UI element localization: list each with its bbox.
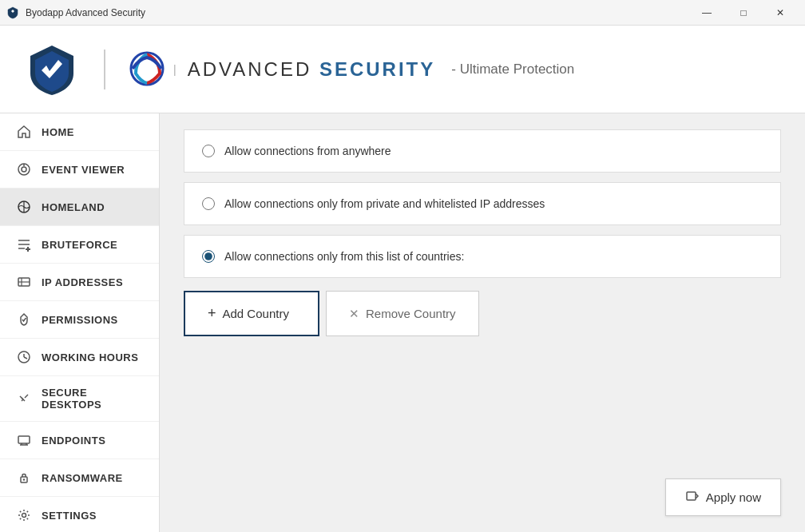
svg-line-19	[25, 395, 28, 398]
radio-anywhere[interactable]	[202, 145, 215, 157]
maximize-button[interactable]: □	[725, 0, 762, 26]
permissions-icon	[16, 312, 32, 328]
home-icon	[16, 124, 32, 140]
svg-point-2	[22, 167, 26, 172]
settings-icon	[16, 507, 32, 523]
remove-country-button[interactable]: ✕ Remove Country	[326, 291, 479, 336]
app-icon	[6, 6, 19, 19]
svg-rect-29	[687, 492, 696, 500]
svg-rect-21	[18, 436, 30, 443]
sidebar-item-endpoints[interactable]: ENDPOINTS	[0, 422, 159, 459]
svg-point-27	[22, 514, 26, 518]
sidebar-item-home[interactable]: HOME	[0, 113, 159, 151]
apply-now-label: Apply now	[706, 490, 761, 504]
titlebar-title: Byodapp Advanced Security	[26, 7, 145, 18]
working-hours-icon	[16, 349, 32, 365]
endpoints-icon	[16, 432, 32, 448]
homeland-icon	[16, 199, 32, 215]
sidebar-label-settings: SETTINGS	[42, 510, 97, 522]
sidebar: HOME EVENT VIEWER HOMELAND BRUTEFORCE	[0, 113, 160, 532]
radio-countries[interactable]	[202, 250, 215, 263]
main-area: HOME EVENT VIEWER HOMELAND BRUTEFORCE	[0, 113, 805, 532]
add-country-button[interactable]: + Add Country	[184, 291, 319, 336]
svg-line-16	[24, 357, 27, 359]
header-title-text: ADVANCED SECURITY	[188, 58, 436, 81]
ransomware-icon	[16, 470, 32, 486]
sidebar-label-secure-desktops: SECURE DESKTOPS	[42, 387, 143, 411]
header-logo-area: | ADVANCED SECURITY - Ultimate Protectio…	[129, 51, 574, 87]
apply-now-button[interactable]: Apply now	[665, 478, 781, 516]
shield-logo	[24, 42, 80, 97]
sidebar-label-homeland: HOMELAND	[42, 201, 105, 213]
country-buttons-row: + Add Country ✕ Remove Country	[184, 291, 781, 336]
svg-point-26	[23, 478, 25, 480]
sidebar-item-ip-addresses[interactable]: IP ADDRESSES	[0, 264, 159, 301]
add-country-label: Add Country	[223, 307, 289, 320]
radio-private-label: Allow connections only from private and …	[224, 197, 545, 210]
event-viewer-icon	[16, 161, 32, 177]
sidebar-item-bruteforce[interactable]: BRUTEFORCE	[0, 226, 159, 264]
sidebar-label-event-viewer: EVENT VIEWER	[42, 164, 125, 176]
sidebar-item-settings[interactable]: SETTINGS	[0, 497, 159, 532]
titlebar-controls: — □ ✕	[688, 0, 799, 26]
radio-anywhere-label: Allow connections from anywhere	[224, 145, 391, 157]
sidebar-label-bruteforce: BRUTEFORCE	[42, 239, 117, 251]
apply-icon	[685, 489, 700, 506]
minimize-button[interactable]: —	[688, 0, 725, 26]
sidebar-label-ransomware: RANSOMWARE	[42, 472, 123, 484]
secure-desktops-icon	[16, 391, 32, 407]
header-subtitle: - Ultimate Protection	[451, 62, 574, 77]
sidebar-label-permissions: PERMISSIONS	[42, 314, 118, 326]
sidebar-label-home: HOME	[42, 126, 74, 138]
x-icon: ✕	[349, 307, 359, 321]
header: | ADVANCED SECURITY - Ultimate Protectio…	[0, 26, 805, 113]
sidebar-item-secure-desktops[interactable]: SECURE DESKTOPS	[0, 376, 159, 422]
ip-addresses-icon	[16, 274, 32, 290]
bruteforce-icon	[16, 236, 32, 252]
radio-countries-label: Allow connections only from this list of…	[224, 250, 464, 263]
radio-row-anywhere[interactable]: Allow connections from anywhere	[184, 129, 781, 173]
radio-row-countries[interactable]: Allow connections only from this list of…	[184, 235, 781, 278]
brand-icon	[129, 51, 165, 87]
radio-row-private[interactable]: Allow connections only from private and …	[184, 182, 781, 225]
header-divider	[104, 50, 105, 89]
sidebar-label-ip-addresses: IP ADDRESSES	[42, 276, 123, 288]
content-area: Allow connections from anywhere Allow co…	[160, 113, 805, 532]
sidebar-item-permissions[interactable]: PERMISSIONS	[0, 301, 159, 339]
app-container: | ADVANCED SECURITY - Ultimate Protectio…	[0, 26, 805, 532]
radio-private[interactable]	[202, 197, 215, 210]
sidebar-label-endpoints: ENDPOINTS	[42, 435, 105, 447]
remove-country-label: Remove Country	[366, 307, 456, 320]
sidebar-item-ransomware[interactable]: RANSOMWARE	[0, 459, 159, 497]
sidebar-item-homeland[interactable]: HOMELAND	[0, 189, 159, 226]
header-security-text: SECURITY	[319, 58, 435, 80]
titlebar-left: Byodapp Advanced Security	[6, 6, 145, 19]
sidebar-item-working-hours[interactable]: WORKING HOURS	[0, 339, 159, 376]
sidebar-label-working-hours: WORKING HOURS	[42, 351, 138, 363]
sidebar-item-event-viewer[interactable]: EVENT VIEWER	[0, 151, 159, 189]
titlebar: Byodapp Advanced Security — □ ✕	[0, 0, 805, 26]
close-button[interactable]: ✕	[762, 0, 799, 26]
plus-icon: +	[208, 305, 216, 322]
